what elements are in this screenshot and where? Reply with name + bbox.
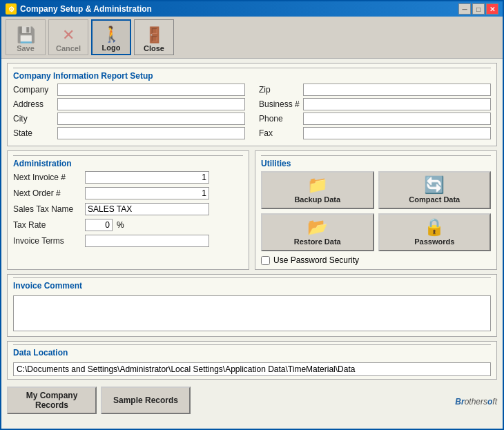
invoice-comment-header: Invoice Comment bbox=[13, 277, 491, 291]
close-button[interactable]: 🚪 Close bbox=[134, 19, 174, 55]
minimize-button[interactable]: ─ bbox=[458, 3, 471, 14]
backup-label: Backup Data bbox=[294, 195, 340, 204]
backup-icon: 📁 bbox=[307, 177, 328, 193]
company-row: Company bbox=[13, 84, 245, 96]
company-label: Company bbox=[13, 85, 55, 95]
save-label: Save bbox=[17, 44, 35, 52]
city-input[interactable] bbox=[57, 113, 245, 125]
state-label: State bbox=[13, 128, 55, 138]
window-title: Company Setup & Administration bbox=[20, 4, 152, 14]
logo-button[interactable]: 🚶 Logo bbox=[91, 19, 131, 55]
business-input[interactable] bbox=[303, 98, 491, 110]
title-bar: ⚙ Company Setup & Administration ─ □ ✕ bbox=[1, 1, 503, 17]
admin-header: Administration bbox=[13, 155, 243, 168]
utilities-section: Utilities 📁 Backup Data 🔄 Compact Data 📂… bbox=[255, 150, 497, 270]
restore-data-button[interactable]: 📂 Restore Data bbox=[261, 213, 374, 251]
next-order-input[interactable] bbox=[85, 187, 209, 199]
branding: Brothersoft bbox=[455, 393, 497, 408]
fax-label: Fax bbox=[259, 128, 300, 138]
maximize-button[interactable]: □ bbox=[472, 3, 485, 14]
save-icon: 💾 bbox=[17, 28, 35, 43]
window-icon: ⚙ bbox=[6, 3, 17, 14]
sales-tax-label: Sales Tax Name bbox=[13, 204, 82, 214]
window-close-button[interactable]: ✕ bbox=[486, 3, 498, 14]
fax-input[interactable] bbox=[303, 127, 491, 139]
company-info-header: Company Information Report Setup bbox=[13, 68, 491, 81]
pct-symbol: % bbox=[117, 220, 124, 230]
password-security-checkbox[interactable] bbox=[261, 256, 270, 265]
fax-row: Fax bbox=[259, 127, 491, 139]
phone-label: Phone bbox=[259, 114, 300, 124]
city-label: City bbox=[13, 114, 55, 124]
company-input[interactable] bbox=[57, 84, 245, 96]
bottom-buttons: My Company Records Sample Records Brothe… bbox=[7, 384, 497, 417]
password-security-label: Use Password Security bbox=[273, 255, 359, 265]
next-order-row: Next Order # bbox=[13, 187, 243, 199]
administration-section: Administration Next Invoice # Next Order… bbox=[7, 150, 249, 270]
tax-rate-input[interactable] bbox=[85, 219, 113, 231]
company-records-button[interactable]: My Company Records bbox=[7, 387, 97, 414]
compact-data-button[interactable]: 🔄 Compact Data bbox=[378, 171, 492, 209]
backup-data-button[interactable]: 📁 Backup Data bbox=[261, 171, 374, 209]
invoice-terms-input[interactable] bbox=[85, 235, 209, 247]
zip-label: Zip bbox=[259, 85, 300, 95]
title-bar-controls: ─ □ ✕ bbox=[458, 3, 498, 14]
business-row: Business # bbox=[259, 98, 491, 110]
business-label: Business # bbox=[259, 99, 300, 109]
data-location-header: Data Location bbox=[13, 344, 491, 358]
data-location-input[interactable] bbox=[13, 362, 491, 376]
toolbar: 💾 Save ✕ Cancel 🚶 Logo 🚪 Close bbox=[1, 17, 503, 59]
cancel-button[interactable]: ✕ Cancel bbox=[48, 19, 88, 55]
passwords-label: Passwords bbox=[414, 237, 454, 246]
city-row: City bbox=[13, 113, 245, 125]
invoice-terms-label: Invoice Terms bbox=[13, 236, 82, 246]
state-input[interactable] bbox=[57, 127, 245, 139]
passwords-icon: 🔒 bbox=[424, 219, 445, 235]
company-info-left: Company Address City State bbox=[13, 84, 245, 141]
sample-records-button[interactable]: Sample Records bbox=[101, 387, 191, 414]
zip-input[interactable] bbox=[303, 84, 491, 96]
next-invoice-input[interactable] bbox=[85, 171, 209, 184]
invoice-comment-textarea[interactable] bbox=[13, 295, 491, 331]
utilities-grid: 📁 Backup Data 🔄 Compact Data 📂 Restore D… bbox=[261, 171, 491, 251]
logo-label: Logo bbox=[102, 43, 121, 52]
utilities-header: Utilities bbox=[261, 155, 491, 168]
close-label: Close bbox=[144, 44, 164, 52]
phone-row: Phone bbox=[259, 113, 491, 125]
invoice-comment-section: Invoice Comment bbox=[7, 274, 497, 337]
next-invoice-row: Next Invoice # bbox=[13, 171, 243, 184]
cancel-icon: ✕ bbox=[62, 28, 75, 43]
address-row: Address bbox=[13, 98, 245, 110]
next-order-label: Next Order # bbox=[13, 188, 82, 198]
main-window: ⚙ Company Setup & Administration ─ □ ✕ 💾… bbox=[0, 0, 504, 430]
zip-row: Zip bbox=[259, 84, 491, 96]
company-info-section: Company Information Report Setup Company… bbox=[7, 63, 497, 146]
address-input[interactable] bbox=[57, 98, 245, 110]
tax-rate-row: Tax Rate % bbox=[13, 219, 243, 231]
sales-tax-row: Sales Tax Name bbox=[13, 203, 243, 215]
next-invoice-label: Next Invoice # bbox=[13, 173, 82, 182]
compact-label: Compact Data bbox=[409, 195, 460, 204]
invoice-terms-row: Invoice Terms bbox=[13, 235, 243, 247]
password-security-row: Use Password Security bbox=[261, 255, 491, 265]
sample-records-label: Sample Records bbox=[113, 395, 178, 405]
main-content: Company Information Report Setup Company… bbox=[1, 59, 503, 429]
tax-rate-label: Tax Rate bbox=[13, 220, 82, 230]
cancel-label: Cancel bbox=[56, 44, 81, 52]
save-button[interactable]: 💾 Save bbox=[6, 19, 46, 55]
title-bar-left: ⚙ Company Setup & Administration bbox=[6, 3, 152, 14]
state-row: State bbox=[13, 127, 245, 139]
sales-tax-input[interactable] bbox=[85, 203, 209, 215]
phone-input[interactable] bbox=[303, 113, 491, 125]
company-info-right: Zip Business # Phone Fax bbox=[259, 84, 491, 141]
restore-icon: 📂 bbox=[307, 219, 328, 235]
company-info-grid: Company Address City State bbox=[13, 84, 491, 141]
address-label: Address bbox=[13, 99, 55, 109]
company-records-label: My Company Records bbox=[26, 391, 78, 410]
restore-label: Restore Data bbox=[294, 237, 341, 246]
middle-section: Administration Next Invoice # Next Order… bbox=[7, 150, 497, 270]
compact-icon: 🔄 bbox=[424, 177, 445, 193]
data-location-section: Data Location bbox=[7, 341, 497, 380]
passwords-button[interactable]: 🔒 Passwords bbox=[378, 213, 492, 251]
logo-icon: 🚶 bbox=[102, 27, 121, 42]
